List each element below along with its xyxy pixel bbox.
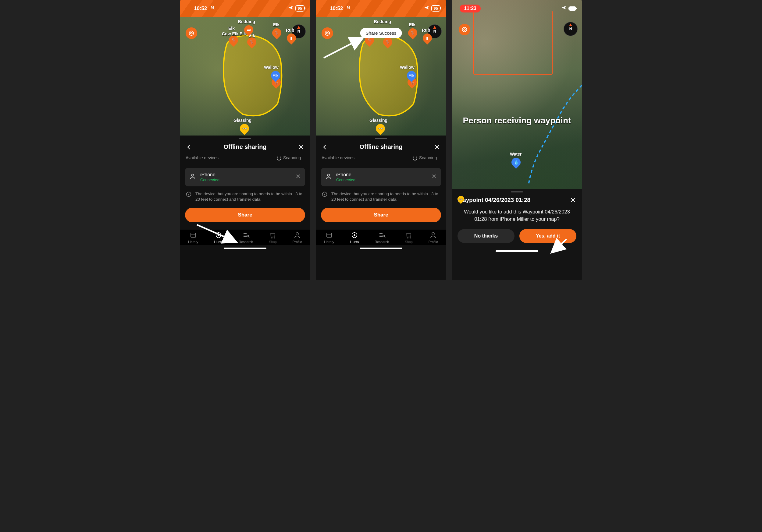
sheet-title: Offline sharing — [192, 143, 298, 151]
waypoint-pin-selected[interactable]: Elk — [407, 71, 416, 83]
tracking-button[interactable] — [322, 28, 333, 39]
remove-device-button[interactable] — [431, 173, 437, 180]
waypoint-pin[interactable]: 🛏 — [244, 25, 253, 37]
waypoint-pin[interactable]: ▮ — [423, 33, 432, 45]
screenshot-3: 11:23 N Person receiving waypoint Water … — [452, 0, 582, 280]
svg-point-3 — [191, 174, 193, 176]
device-row[interactable]: iPhone Connected — [185, 168, 305, 186]
waypoint-pin[interactable]: 🦌 — [229, 35, 238, 47]
tab-research[interactable]: Research — [375, 232, 389, 244]
share-button[interactable]: Share — [185, 208, 305, 222]
svg-rect-5 — [191, 233, 196, 237]
waypoint-pin-glassing[interactable]: 👓 — [376, 124, 385, 136]
person-icon — [189, 173, 196, 181]
info-note: The device that you are sharing to needs… — [316, 189, 446, 207]
battery-indicator: 95 — [431, 5, 440, 12]
silent-icon — [210, 6, 215, 10]
remove-device-button[interactable] — [295, 173, 301, 180]
svg-point-19 — [432, 233, 434, 235]
svg-point-10 — [327, 32, 328, 34]
available-devices-label: Available devices — [186, 155, 218, 160]
device-row[interactable]: iPhone Connected — [321, 168, 441, 186]
svg-point-9 — [296, 233, 298, 235]
close-button[interactable] — [570, 197, 576, 203]
svg-point-11 — [325, 31, 330, 35]
waypoint-pin[interactable]: 🦌 — [383, 37, 392, 49]
waypoint-label: Elk — [228, 26, 235, 31]
close-button[interactable] — [434, 144, 440, 151]
silent-icon — [346, 6, 351, 10]
sheet-title: Waypoint 04/26/2023 01:28 — [458, 197, 567, 203]
status-bar: 10:52 95 — [180, 0, 310, 17]
waypoint-label: Elk — [409, 22, 416, 27]
waypoint-pin-water[interactable]: 💧 — [511, 158, 521, 169]
svg-point-20 — [464, 29, 465, 31]
land-boundary-box — [473, 11, 553, 75]
device-name: iPhone — [336, 172, 355, 177]
tab-hunts[interactable]: Hunts — [214, 232, 223, 244]
tab-shop[interactable]: Shop — [269, 232, 277, 244]
airplane-icon — [424, 5, 429, 12]
svg-point-18 — [410, 237, 411, 238]
share-button[interactable]: Share — [321, 208, 441, 222]
sheet-title: Offline sharing — [328, 143, 434, 151]
compass-button[interactable]: N — [564, 22, 577, 36]
status-bar: 11:23 — [452, 0, 582, 17]
svg-point-17 — [408, 237, 409, 238]
device-status: Connected — [336, 177, 355, 182]
waypoint-label: Bedding — [238, 19, 255, 24]
home-indicator[interactable] — [452, 248, 582, 255]
tab-shop[interactable]: Shop — [405, 232, 413, 244]
offline-sharing-sheet: Offline sharing Available devices Scanni… — [316, 136, 446, 280]
tab-research[interactable]: Research — [239, 232, 253, 244]
battery-indicator: 95 — [295, 5, 304, 12]
waypoint-pin[interactable]: ▮ — [287, 33, 296, 45]
waypoint-pin[interactable]: 🦌 — [272, 28, 281, 40]
waypoint-label: Glassing — [233, 118, 252, 123]
waypoint-label: Wallow — [264, 65, 278, 70]
close-button[interactable] — [298, 144, 304, 151]
tracking-button[interactable] — [459, 24, 470, 35]
status-time: 10:52 — [330, 6, 351, 12]
spinner-icon — [277, 156, 281, 161]
info-icon — [186, 191, 192, 197]
spinner-icon — [413, 156, 417, 161]
waypoint-label: Water — [510, 152, 521, 157]
offline-sharing-sheet: Offline sharing Available devices Scanni… — [180, 136, 310, 280]
yes-add-it-button[interactable]: Yes, add it — [519, 229, 576, 243]
tab-library[interactable]: Library — [188, 232, 198, 244]
waypoint-pin-glassing[interactable]: 👓 — [240, 124, 249, 136]
svg-line-12 — [324, 37, 363, 58]
waypoint-pin-selected[interactable]: Elk — [271, 71, 280, 83]
back-button[interactable] — [186, 144, 192, 151]
tab-library[interactable]: Library — [324, 232, 334, 244]
airplane-icon — [561, 5, 567, 12]
tracking-button[interactable] — [186, 28, 197, 39]
back-button[interactable] — [322, 144, 328, 151]
waypoint-icon: 👓 — [458, 196, 464, 204]
annotation-text: Person receiving waypoint — [452, 116, 582, 125]
svg-point-21 — [462, 28, 467, 32]
waypoint-pin[interactable]: 🦌 — [247, 37, 256, 49]
svg-point-13 — [327, 174, 330, 176]
tab-profile[interactable]: Profile — [428, 232, 438, 244]
no-thanks-button[interactable]: No thanks — [458, 229, 514, 243]
tab-profile[interactable]: Profile — [293, 232, 302, 244]
svg-point-0 — [190, 32, 192, 34]
svg-point-7 — [271, 237, 272, 238]
scanning-status: Scanning... — [277, 155, 304, 161]
waypoint-pin[interactable]: 🦌 — [408, 28, 417, 40]
home-indicator[interactable] — [316, 245, 446, 251]
status-bar: 10:52 95 — [316, 0, 446, 17]
status-time-recording[interactable]: 11:23 — [460, 5, 481, 13]
device-status: Connected — [200, 177, 219, 182]
info-note: The device that you are sharing to needs… — [180, 189, 310, 207]
waypoint-label: Wallow — [400, 65, 415, 70]
tab-hunts[interactable]: Hunts — [350, 232, 359, 244]
status-time: 10:52 — [194, 6, 215, 12]
home-indicator[interactable] — [180, 245, 310, 251]
svg-rect-15 — [327, 233, 332, 237]
waypoint-label: Rub — [286, 28, 294, 33]
screenshot-2: 10:52 95 N Share Success Bedding Elk Rub… — [316, 0, 446, 280]
waypoint-label: Bedding — [374, 19, 391, 24]
